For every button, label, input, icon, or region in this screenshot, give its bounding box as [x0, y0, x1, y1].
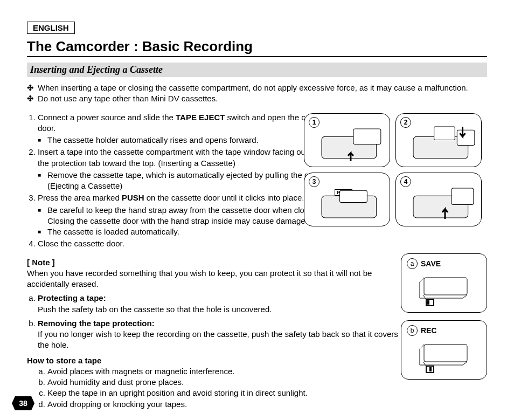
- note-b-label: Removing the tape protection:: [38, 319, 155, 328]
- step-text: Press the area marked: [38, 193, 122, 202]
- svg-rect-9: [424, 278, 467, 295]
- camcorder-illustration-icon: [321, 185, 386, 223]
- language-badge: ENGLISH: [27, 22, 75, 34]
- store-heading: How to store a tape: [27, 355, 404, 366]
- cassette-tab-panel: a SAVE b REC: [401, 253, 487, 387]
- warning-item: Do not use any tape other than Mini DV c…: [38, 93, 487, 104]
- store-item: Avoid humidity and dust prone places.: [47, 377, 404, 388]
- tape-eject-label: TAPE EJECT: [176, 113, 225, 122]
- figure-4: 4: [395, 173, 482, 226]
- store-list: Avoid places with magnets or magnetic in…: [47, 366, 404, 410]
- figure-number: 4: [400, 176, 411, 187]
- note-a: Protecting a tape: Push the safety tab o…: [38, 293, 404, 315]
- note-a-label: Protecting a tape:: [38, 293, 106, 302]
- rec-label: REC: [421, 326, 437, 335]
- step-text: Insert a tape into the cassette compartm…: [38, 147, 341, 167]
- warning-list: When inserting a tape or closing the cas…: [38, 82, 487, 105]
- svg-rect-12: [424, 345, 467, 362]
- step-4: Close the cassette door.: [38, 238, 350, 249]
- substep: The cassette is loaded automatically.: [47, 226, 350, 237]
- figure-grid: 1 2 3 PUSH 4: [304, 113, 487, 226]
- save-letter: a: [407, 258, 418, 269]
- svg-rect-11: [427, 300, 429, 305]
- page-title: The Camcorder : Basic Recording: [27, 38, 487, 57]
- cassette-rec-icon: [414, 342, 474, 375]
- camcorder-illustration-icon: [412, 185, 478, 223]
- step-2: Insert a tape into the cassette compartm…: [38, 147, 350, 191]
- save-label: SAVE: [421, 259, 441, 268]
- step-list: Connect a power source and slide the TAP…: [38, 112, 350, 250]
- rec-letter: b: [407, 325, 418, 336]
- svg-rect-8: [452, 188, 474, 204]
- svg-rect-14: [429, 367, 432, 371]
- svg-rect-1: [353, 129, 381, 144]
- figure-1: 1: [304, 113, 390, 167]
- svg-rect-4: [457, 130, 475, 145]
- note-heading: [ Note ]: [27, 257, 404, 268]
- store-item: Keep the tape in an upright position and…: [47, 388, 404, 398]
- figure-number: 1: [309, 117, 319, 128]
- camcorder-illustration-icon: [321, 126, 386, 164]
- store-item: Avoid dropping or knocking your tapes.: [47, 399, 404, 410]
- figure-2: 2: [395, 113, 482, 167]
- note-b-text: If you no longer wish to keep the record…: [38, 329, 398, 349]
- section-heading: Inserting and Ejecting a Cassette: [27, 63, 487, 77]
- note-b: Removing the tape protection: If you no …: [38, 318, 404, 351]
- note-intro: When you have recorded something that yo…: [27, 268, 404, 290]
- note-a-text: Push the safety tab on the cassette so t…: [38, 305, 272, 314]
- figure-number: 3: [309, 176, 319, 187]
- figure-number: 2: [400, 117, 411, 128]
- store-item: Avoid places with magnets or magnetic in…: [47, 366, 404, 377]
- page-number-badge: 38: [12, 396, 34, 410]
- cassette-save-icon: [414, 276, 474, 308]
- warning-item: When inserting a tape or closing the cas…: [38, 82, 487, 93]
- svg-rect-6: [340, 190, 367, 202]
- step-text: Connect a power source and slide the: [38, 113, 176, 122]
- step-text: on the cassette door until it clicks int…: [144, 193, 304, 202]
- step-1: Connect a power source and slide the TAP…: [38, 112, 350, 146]
- svg-rect-3: [434, 127, 455, 140]
- step-3: Press the area marked PUSH on the casset…: [38, 192, 350, 237]
- push-label: PUSH: [122, 193, 144, 202]
- camcorder-illustration-icon: [412, 126, 478, 164]
- figure-3: 3 PUSH: [304, 173, 390, 226]
- note-lettered: Protecting a tape: Push the safety tab o…: [38, 293, 404, 350]
- rec-box: b REC: [401, 320, 487, 380]
- save-box: a SAVE: [401, 253, 487, 313]
